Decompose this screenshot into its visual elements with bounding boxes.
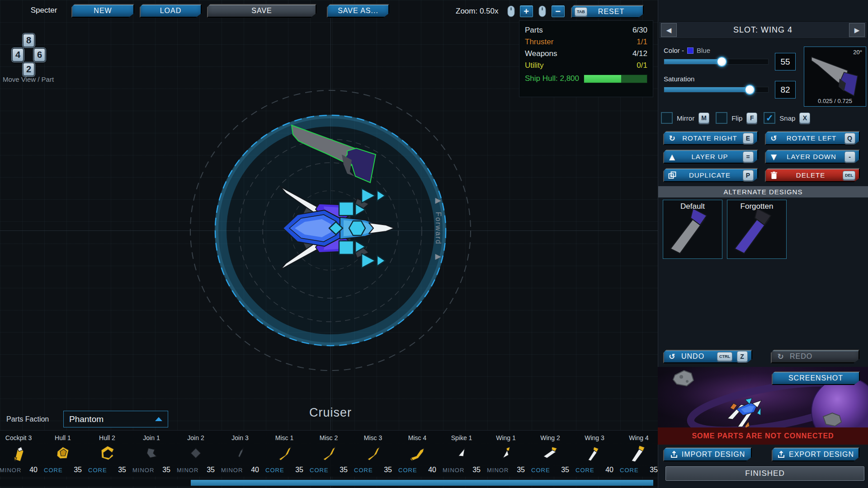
design-card-forgotten[interactable]: Forgotten (727, 200, 787, 259)
m-keycap: M (698, 113, 709, 123)
duplicate-button[interactable]: DUPLICATE P (663, 168, 758, 182)
redo-button[interactable]: ↻ REDO (771, 350, 859, 363)
part-item-join-2[interactable]: Join 2MINOR35 (174, 432, 218, 477)
rotate-right-button[interactable]: ↻ ROTATE RIGHT E (663, 131, 758, 145)
flip-checkbox[interactable] (716, 112, 727, 124)
part-type-label: CORE (531, 467, 550, 474)
part-type-label: CORE (310, 467, 329, 474)
save-as-button[interactable]: SAVE AS... (327, 4, 389, 18)
part-cost: 35 (561, 466, 569, 474)
part-item-wing-3[interactable]: Wing 3CORE40 (572, 432, 617, 477)
stat-row-thruster: Thruster1/1 (525, 36, 647, 48)
saturation-slider[interactable] (664, 87, 769, 93)
part-type-label: CORE (354, 467, 373, 474)
slot-previous-button[interactable]: ◀ (661, 23, 677, 37)
mirror-checkbox[interactable] (661, 112, 673, 124)
part-item-hull-1[interactable]: Hull 1CORE35 (41, 432, 85, 477)
parts-faction-select[interactable]: Phantom (63, 411, 168, 427)
rotate-left-button[interactable]: ↺ ROTATE LEFT Q (765, 131, 860, 145)
save-button[interactable]: SAVE (207, 4, 316, 18)
part-name: Join 3 (218, 434, 262, 441)
part-item-hull-2[interactable]: Hull 2CORE35 (85, 432, 129, 477)
ship-design[interactable] (271, 178, 407, 278)
equals-keycap: = (743, 151, 754, 162)
parts-faction-label: Parts Faction (6, 415, 49, 423)
chevron-left-icon: ◀ (666, 26, 672, 34)
z-keycap: Z (737, 351, 748, 362)
color-value-box[interactable]: 55 (775, 53, 796, 70)
saturation-slider-handle[interactable] (745, 84, 755, 95)
redo-icon: ↻ (776, 352, 785, 361)
zoom-in-button[interactable]: + (520, 5, 533, 17)
delete-button[interactable]: DELETE DEL (765, 168, 860, 182)
part-item-misc-1[interactable]: Misc 1CORE35 (262, 432, 307, 477)
part-cost: 35 (207, 466, 215, 474)
part-item-spike-1[interactable]: Spike 1MINOR35 (439, 432, 484, 477)
part-offset-value: 0.025 / 0.725 (804, 98, 866, 104)
screenshot-button[interactable]: SCREENSHOT (772, 371, 860, 385)
alternate-design-list: DefaultForgotten (663, 200, 787, 259)
export-icon (777, 450, 785, 459)
ctrl-keycap: CTRL (717, 352, 732, 361)
part-item-wing-4[interactable]: Wing 4CORE35 (617, 432, 661, 477)
saturation-value-box[interactable]: 82 (775, 81, 796, 99)
part-type-label: MINOR (0, 467, 21, 474)
part-item-wing-1[interactable]: Wing 1MINOR35 (484, 432, 528, 477)
part-cost: 35 (74, 466, 82, 474)
part-type-label: CORE (88, 467, 107, 474)
finished-button[interactable]: FINISHED (665, 466, 864, 481)
undo-button[interactable]: ↺ UNDO CTRL Z (663, 350, 752, 363)
x-keycap: X (799, 113, 810, 123)
stat-row-utility: Utility0/1 (525, 60, 647, 71)
join-part-icon (142, 444, 160, 462)
new-button[interactable]: NEW (71, 4, 134, 18)
mouse-scroll-icon (507, 5, 515, 17)
forward-indicator: ▶ Forward ▶ (430, 196, 446, 261)
parts-list: Cockpit 3MINOR40Hull 1CORE35Hull 2CORE35… (0, 432, 661, 477)
part-cost: 40 (605, 466, 613, 474)
part-cost: 35 (517, 466, 525, 474)
part-stat: CORE40 (576, 466, 613, 474)
reset-view-button[interactable]: TAB RESET (571, 5, 644, 18)
f-keycap: F (746, 113, 757, 123)
zoom-out-button[interactable]: − (552, 5, 565, 17)
part-cost: 35 (472, 466, 481, 474)
part-stat: CORE35 (310, 466, 348, 474)
part-name: Wing 1 (484, 434, 528, 441)
part-item-wing-2[interactable]: Wing 2CORE35 (528, 432, 572, 477)
part-item-join-3[interactable]: Join 3MINOR40 (218, 432, 262, 477)
faction-selected-value: Phantom (69, 414, 104, 424)
trash-icon (769, 171, 778, 179)
import-design-button[interactable]: IMPORT DESIGN (663, 447, 752, 461)
part-cost: 35 (650, 466, 658, 474)
snap-checkbox[interactable]: ✓ (764, 112, 775, 124)
part-item-join-1[interactable]: Join 1MINOR35 (129, 432, 174, 477)
part-item-misc-4[interactable]: Misc 4CORE40 (395, 432, 439, 477)
slot-next-button[interactable]: ▶ (849, 23, 865, 37)
part-stat: CORE35 (354, 466, 392, 474)
numpad-6-keycap: 6 (33, 48, 46, 62)
part-name: Wing 2 (528, 434, 572, 441)
parts-scrollbar[interactable] (191, 480, 653, 486)
misc-part-icon (275, 444, 293, 462)
wing1-part-icon (497, 444, 515, 462)
part-item-cockpit-3[interactable]: Cockpit 3MINOR40 (0, 432, 41, 477)
layer-up-icon: ▲ (668, 152, 677, 161)
layer-up-button[interactable]: ▲ LAYER UP = (663, 150, 758, 164)
load-button[interactable]: LOAD (140, 4, 202, 18)
export-design-button[interactable]: EXPORT DESIGN (772, 447, 859, 461)
color-slider[interactable] (664, 59, 769, 65)
layer-down-button[interactable]: ▼ LAYER DOWN - (765, 150, 860, 164)
part-item-misc-3[interactable]: Misc 3CORE35 (351, 432, 395, 477)
part-type-label: MINOR (443, 467, 464, 474)
part-stat: CORE35 (620, 466, 658, 474)
design-card-default[interactable]: Default (663, 200, 722, 259)
reset-label: RESET (598, 8, 624, 16)
part-item-misc-2[interactable]: Misc 2CORE35 (307, 432, 351, 477)
import-icon (670, 450, 678, 459)
part-stat: CORE40 (398, 466, 436, 474)
color-label: Color - (664, 47, 684, 54)
color-slider-handle[interactable] (717, 56, 727, 67)
stat-row-weapons: Weapons4/12 (525, 48, 647, 60)
part-preview-box: 20° 0.025 / 0.725 (804, 47, 866, 107)
